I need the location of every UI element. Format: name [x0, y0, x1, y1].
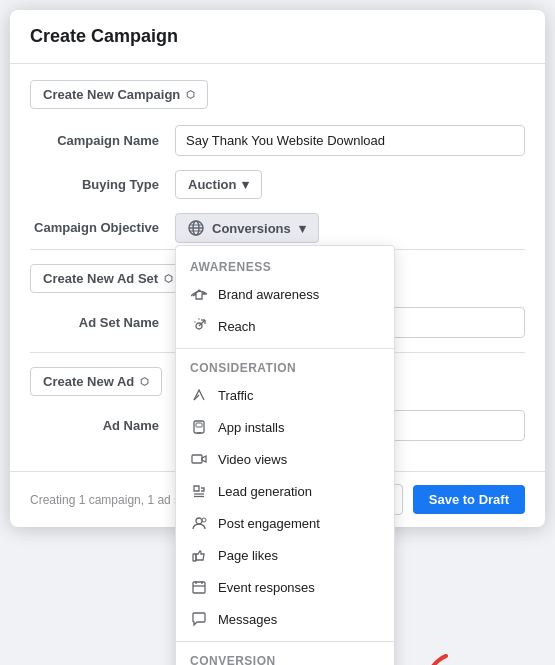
event-responses-label: Event responses — [218, 580, 315, 595]
brand-awareness-icon — [190, 285, 208, 303]
dropdown-item-traffic[interactable]: Traffic — [176, 379, 394, 411]
ad-name-label: Ad Name — [30, 418, 175, 433]
dropdown-item-messages[interactable]: Messages — [176, 603, 394, 635]
divider-2 — [176, 641, 394, 642]
red-arrow — [391, 651, 451, 665]
messages-icon — [190, 610, 208, 628]
buying-type-row: Buying Type Auction ▾ — [30, 170, 525, 199]
dropdown-item-lead-generation[interactable]: Lead generation — [176, 475, 394, 507]
traffic-label: Traffic — [218, 388, 253, 403]
divider-1 — [176, 348, 394, 349]
page-likes-icon — [190, 546, 208, 564]
create-new-ad-button[interactable]: Create New Ad ⬡ — [30, 367, 162, 396]
create-new-ad-set-button[interactable]: Create New Ad Set ⬡ — [30, 264, 186, 293]
modal-title: Create Campaign — [10, 10, 545, 64]
post-engagement-icon — [190, 514, 208, 532]
campaign-objective-label: Campaign Objective — [30, 213, 175, 235]
dropdown-item-event-responses[interactable]: Event responses — [176, 571, 394, 603]
modal-body: Create New Campaign ⬡ Campaign Name Buyi… — [10, 64, 545, 471]
objective-dropdown: Awareness Brand awareness Reach — [175, 245, 395, 665]
app-installs-label: App installs — [218, 420, 284, 435]
lead-generation-label: Lead generation — [218, 484, 312, 499]
svg-rect-14 — [193, 554, 196, 561]
create-ad-set-arrow: ⬡ — [164, 273, 173, 284]
svg-rect-11 — [192, 455, 202, 463]
save-to-draft-button[interactable]: Save to Draft — [413, 485, 525, 514]
create-ad-set-label: Create New Ad Set — [43, 271, 158, 286]
buying-type-arrow: ▾ — [242, 177, 249, 192]
event-responses-icon — [190, 578, 208, 596]
globe-icon — [188, 220, 204, 236]
dropdown-item-brand-awareness[interactable]: Brand awareness — [176, 278, 394, 310]
awareness-section-title: Awareness — [176, 254, 394, 278]
ad-set-name-label: Ad Set Name — [30, 315, 175, 330]
dropdown-item-video-views[interactable]: Video views — [176, 443, 394, 475]
post-engagement-label: Post engagement — [218, 516, 320, 531]
messages-label: Messages — [218, 612, 277, 627]
svg-rect-15 — [193, 582, 205, 593]
video-views-label: Video views — [218, 452, 287, 467]
page-likes-label: Page likes — [218, 548, 278, 563]
svg-rect-10 — [196, 423, 202, 427]
campaign-name-row: Campaign Name — [30, 125, 525, 156]
objective-value: Conversions — [212, 221, 291, 236]
campaign-objective-row: Campaign Objective Conversions ▾ — [30, 213, 525, 243]
campaign-name-input[interactable] — [175, 125, 525, 156]
objective-wrapper: Conversions ▾ Awareness Brand awareness — [175, 213, 319, 243]
create-campaign-modal: Create Campaign Create New Campaign ⬡ Ca… — [10, 10, 545, 527]
conversion-section-title: Conversion — [176, 648, 394, 665]
buying-type-value: Auction — [188, 177, 236, 192]
reach-icon — [190, 317, 208, 335]
brand-awareness-label: Brand awareness — [218, 287, 319, 302]
buying-type-label: Buying Type — [30, 177, 175, 192]
traffic-icon — [190, 386, 208, 404]
create-ad-arrow: ⬡ — [140, 376, 149, 387]
dropdown-item-app-installs[interactable]: App installs — [176, 411, 394, 443]
consideration-section-title: Consideration — [176, 355, 394, 379]
lead-generation-icon — [190, 482, 208, 500]
app-installs-icon — [190, 418, 208, 436]
dropdown-item-page-likes[interactable]: Page likes — [176, 539, 394, 571]
buying-type-button[interactable]: Auction ▾ — [175, 170, 262, 199]
video-views-icon — [190, 450, 208, 468]
campaign-name-label: Campaign Name — [30, 133, 175, 148]
svg-point-13 — [202, 518, 206, 522]
svg-point-12 — [196, 518, 202, 524]
objective-arrow: ▾ — [299, 221, 306, 236]
dropdown-item-post-engagement[interactable]: Post engagement — [176, 507, 394, 539]
reach-label: Reach — [218, 319, 256, 334]
create-ad-label: Create New Ad — [43, 374, 134, 389]
dropdown-item-reach[interactable]: Reach — [176, 310, 394, 342]
create-campaign-arrow: ⬡ — [186, 89, 195, 100]
campaign-objective-button[interactable]: Conversions ▾ — [175, 213, 319, 243]
create-new-campaign-button[interactable]: Create New Campaign ⬡ — [30, 80, 208, 109]
create-campaign-label: Create New Campaign — [43, 87, 180, 102]
